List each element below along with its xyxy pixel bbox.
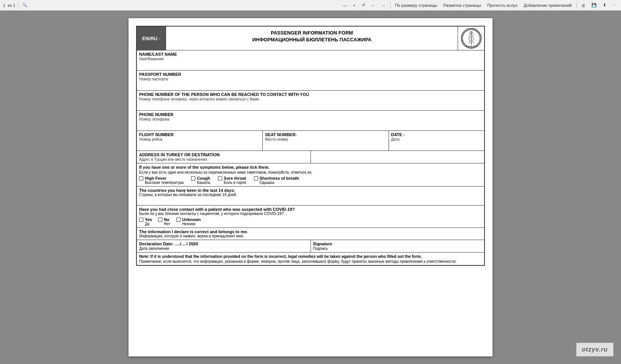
watermark: otzyv.ru	[576, 343, 613, 356]
date-input[interactable]	[391, 141, 482, 149]
ynu-no-ru: Нет	[164, 222, 170, 226]
contact-label-en: Have you had close contact with a patien…	[139, 207, 482, 212]
page-area: EN/RU - PASSENGER INFORMATION FORM ИНФОР…	[0, 11, 621, 364]
checkbox-high-fever[interactable]	[139, 176, 143, 180]
toolbar-right: — + ↺ ← → По размеру страницы Разметка с…	[341, 2, 618, 8]
ynu-unknown-ru: Незнаю	[182, 222, 201, 226]
phone-label-en: PHONE NUMBER	[139, 112, 482, 117]
print-button[interactable]: 🖨	[580, 2, 587, 8]
declaration-label-en: The information I declare is correct and…	[139, 229, 482, 234]
flight-input[interactable]	[139, 141, 260, 149]
signature-cell: Signature Подпись	[311, 240, 485, 252]
countries-label-en: The countries you have been in the last …	[139, 188, 482, 193]
note-text-en: Note: If it is understood that the infor…	[139, 254, 482, 259]
signature-label-ru: Подпись	[313, 246, 482, 251]
countries-input[interactable]	[139, 197, 482, 204]
flight-cell: FLIGHT NUMBER Номер рейса	[137, 131, 263, 151]
ynu-row: Yes Да No Нет	[139, 217, 482, 226]
ynu-yes: Yes Да	[139, 217, 152, 226]
page-of: из 1	[8, 3, 15, 8]
name-input-area[interactable]	[139, 61, 482, 69]
date-label-en: DATE :	[391, 132, 482, 137]
symptom-sore-throat-en: Sore throat	[224, 176, 246, 180]
symptom-sore-throat-ru: Боль в горле	[224, 180, 246, 185]
flight-row: FLIGHT NUMBER Номер рейса SEAT NUMBER: М…	[137, 131, 484, 151]
checkbox-cough[interactable]	[191, 176, 195, 180]
passport-label-ru: Номер паспорта	[139, 77, 482, 81]
phone-input[interactable]	[139, 121, 482, 129]
checkbox-no[interactable]	[158, 218, 162, 222]
decl-date-sublabel: Дата заполнения	[139, 246, 308, 251]
note-text-ru: Примечание: если выяснится, что информац…	[139, 259, 482, 264]
phone-label-ru: Номер телефона	[139, 117, 482, 121]
ynu-unknown: Unknown Незнаю	[176, 217, 201, 226]
symptom-high-fever-en: High Fever	[145, 176, 166, 180]
plus-button[interactable]: +	[351, 2, 357, 8]
minimize-button[interactable]: —	[341, 2, 348, 8]
save-button[interactable]: 💾	[590, 2, 598, 8]
fit-page-button[interactable]: По размеру страницы	[394, 2, 439, 8]
refresh-button[interactable]: ↺	[360, 2, 367, 8]
toolbar-left: 1 из 1 🔍	[3, 2, 29, 8]
form-logo: ★ ★ ★ ★ ★	[458, 27, 484, 50]
symptom-cough-ru: Кашель	[197, 180, 210, 185]
checkbox-yes[interactable]	[139, 218, 143, 222]
checkbox-sore-throat[interactable]	[218, 176, 222, 180]
svg-text:★ ★ ★ ★ ★: ★ ★ ★ ★ ★	[465, 45, 477, 47]
ynu-no: No Нет	[158, 217, 170, 226]
name-label-ru: Имя/Фамилия	[139, 57, 482, 61]
contact-section: Have you had close contact with a patien…	[137, 206, 484, 228]
name-row: NAME/LAST NAME Имя/Фамилия	[137, 50, 484, 71]
address-label-en: ADDRESS IN TURKEY OR DESTINATION	[139, 152, 308, 157]
symptom-shortness-top: Shortness of breath	[254, 176, 299, 180]
ynu-unknown-en: Unknown	[182, 217, 201, 222]
phone-cell: PHONE NUMBER Номер телефона	[137, 111, 484, 130]
search-button[interactable]: 🔍	[20, 2, 29, 8]
passport-row: PASSPORT NUMBER Номер паспорта	[137, 71, 484, 91]
flight-label-en: FLIGHT NUMBER	[139, 132, 260, 137]
passport-input-area[interactable]	[139, 81, 482, 89]
symptom-high-fever: High Fever Высокая температура	[139, 176, 183, 185]
seat-cell: SEAT NUMBER: Место номер	[263, 131, 389, 151]
add-note-button[interactable]: Добавление примечаний	[522, 2, 573, 8]
symptom-cough-top: Cough	[191, 176, 210, 180]
decl-date-row: Declaration Date: …./.…/ 2020 Дата запол…	[137, 240, 484, 253]
symptom-shortness-en: Shortness of breath	[260, 176, 299, 180]
ynu-yes-en: Yes	[145, 217, 152, 222]
countries-section: The countries you have been in the last …	[137, 187, 484, 206]
phone-contact-input[interactable]	[139, 101, 482, 109]
page-indicator: 1	[3, 3, 5, 8]
toolbar: 1 из 1 🔍 — + ↺ ← → По размеру страницы Р…	[0, 0, 621, 11]
symptom-sore-throat: Sore throat Боль в горле	[218, 176, 246, 185]
checkbox-shortness[interactable]	[254, 176, 258, 180]
note-section: Note: If it is understood that the infor…	[137, 253, 484, 265]
seat-input[interactable]	[265, 141, 386, 149]
ynu-no-top: No	[158, 217, 170, 222]
symptoms-title-ru: Если у вас есть один или несколько из пе…	[139, 170, 482, 174]
declaration-label-ru: Информация, которую я заявил, верна и пр…	[139, 234, 482, 238]
address-input-cell[interactable]	[311, 151, 485, 163]
address-input[interactable]	[313, 152, 482, 160]
declaration-section: The information I declare is correct and…	[137, 228, 484, 240]
name-cell: NAME/LAST NAME Имя/Фамилия	[137, 50, 484, 70]
passenger-form: EN/RU - PASSENGER INFORMATION FORM ИНФОР…	[136, 26, 485, 266]
phone-contact-cell: PHONE NUMBER OF THE PERSON WHO CAN BE RE…	[137, 91, 484, 110]
forward-button[interactable]: →	[380, 2, 387, 8]
ynu-yes-top: Yes	[139, 217, 152, 222]
read-aloud-button[interactable]: Прочесть вслух	[486, 2, 519, 8]
phone-contact-label-ru: Номер телефона человека, через которого …	[139, 97, 482, 101]
decl-date-cell: Declaration Date: …./.…/ 2020 Дата запол…	[137, 240, 311, 252]
symptom-high-fever-top: High Fever	[139, 176, 166, 180]
phone-contact-label-en: PHONE NUMBER OF THE PERSON WHO CAN BE RE…	[139, 92, 482, 97]
symptom-cough: Cough Кашель	[191, 176, 210, 185]
share-button[interactable]: ⬆	[601, 2, 608, 8]
date-label-ru: Дата	[391, 137, 482, 141]
contact-label-ru: Были ли у вас близкие контакты с пациент…	[139, 212, 482, 216]
flight-label-ru: Номер рейса	[139, 137, 260, 141]
back-button[interactable]: ←	[370, 2, 377, 8]
lang-toggle[interactable]: EN/RU -	[137, 27, 166, 50]
checkbox-unknown[interactable]	[176, 218, 180, 222]
markup-button[interactable]: Разметка страницы	[442, 2, 483, 8]
more-button[interactable]: ⋯	[611, 2, 618, 8]
address-label-cell: ADDRESS IN TURKEY OR DESTINATION Адрес в…	[137, 151, 311, 163]
